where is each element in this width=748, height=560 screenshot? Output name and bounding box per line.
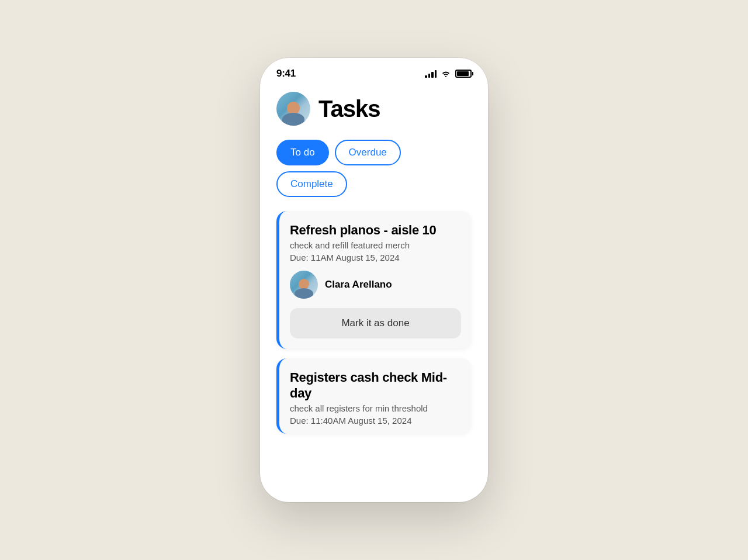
assignee-avatar xyxy=(290,271,318,299)
task-assignee: Clara Arellano xyxy=(290,271,461,299)
tab-todo[interactable]: To do xyxy=(276,140,329,165)
task-card-partial: Registers cash check Mid-day check all r… xyxy=(276,358,472,434)
status-icons xyxy=(425,70,472,78)
status-time: 9:41 xyxy=(276,68,296,79)
task-due-2: Due: 11:40AM August 15, 2024 xyxy=(290,416,461,426)
phone-frame: 9:41 Tasks xyxy=(260,58,488,502)
task-due: Due: 11AM August 15, 2024 xyxy=(290,253,461,262)
task-title-2: Registers cash check Mid-day xyxy=(290,370,461,401)
task-title: Refresh planos - aisle 10 xyxy=(290,223,461,238)
tab-complete[interactable]: Complete xyxy=(276,171,347,197)
signal-icon xyxy=(425,70,437,78)
tasks-list: Refresh planos - aisle 10 check and refi… xyxy=(276,211,472,349)
status-bar: 9:41 xyxy=(260,58,488,86)
filter-tabs: To do Overdue Complete xyxy=(276,140,472,197)
page-title: Tasks xyxy=(318,96,380,122)
assignee-name: Clara Arellano xyxy=(325,279,392,291)
task-description: check and refill featured merch xyxy=(290,240,461,250)
avatar xyxy=(276,92,310,126)
task-description-2: check all registers for min threshold xyxy=(290,403,461,413)
tab-overdue[interactable]: Overdue xyxy=(335,140,401,165)
task-card: Refresh planos - aisle 10 check and refi… xyxy=(276,211,472,349)
wifi-icon xyxy=(441,70,451,78)
header-row: Tasks xyxy=(276,92,472,126)
battery-icon xyxy=(455,70,472,78)
app-content: Tasks To do Overdue Complete Refresh pla… xyxy=(260,86,488,349)
mark-done-button[interactable]: Mark it as done xyxy=(290,308,461,338)
